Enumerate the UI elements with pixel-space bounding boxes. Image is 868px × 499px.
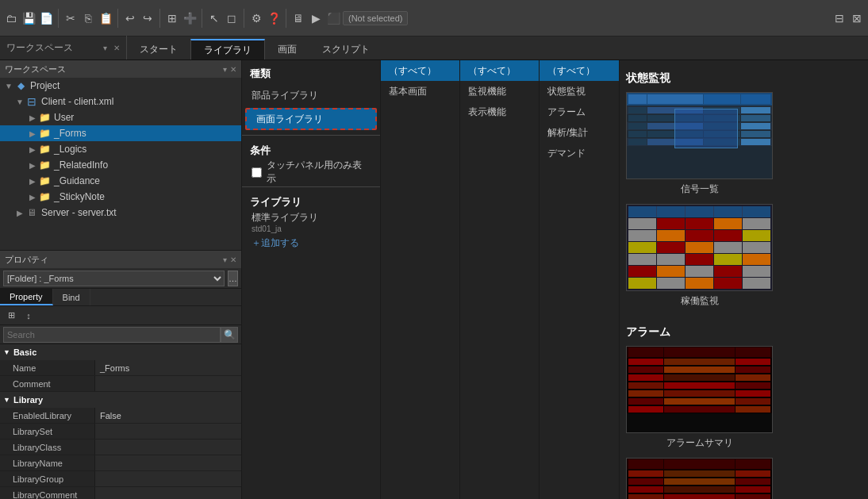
tab-screen[interactable]: 画面 bbox=[265, 39, 309, 59]
add-icon[interactable]: ➕ bbox=[182, 10, 198, 26]
lib-divider-2 bbox=[242, 186, 380, 187]
prop-sort-icon[interactable]: ⊞ bbox=[3, 308, 19, 324]
type-col-2-monitor[interactable]: 監視機能 bbox=[460, 81, 539, 102]
type-col-3-alarm[interactable]: アラーム bbox=[540, 102, 619, 122]
paste-icon[interactable]: 📋 bbox=[98, 10, 113, 26]
search-input[interactable] bbox=[3, 327, 221, 343]
tree-item-stickynote[interactable]: ▶ 📁 _StickyNote bbox=[0, 189, 241, 205]
prop-row-enabledlibrary: EnabledLibrary False bbox=[0, 408, 241, 424]
lib-type-title: 種類 bbox=[242, 60, 380, 84]
thumbnail-op-mon-img bbox=[626, 204, 773, 291]
search-button[interactable]: 🔍 bbox=[221, 327, 238, 343]
lib-item-screen[interactable]: 画面ライブラリ bbox=[245, 108, 377, 130]
save-icon[interactable]: 💾 bbox=[21, 10, 36, 26]
touch-panel-checkbox[interactable] bbox=[252, 167, 262, 178]
expander-server: ▶ bbox=[14, 209, 25, 217]
workspace-panel-pin[interactable]: ▾ bbox=[223, 65, 227, 74]
tree-item-logics[interactable]: ▶ 📁 _Logics bbox=[0, 141, 241, 157]
type-col-1-all[interactable]: （すべて） bbox=[381, 60, 459, 81]
undo-icon[interactable]: ↩ bbox=[122, 10, 138, 26]
tab-start[interactable]: スタート bbox=[127, 39, 190, 59]
jotai-grid: 信号一覧 bbox=[626, 92, 862, 308]
workspace-panel-close[interactable]: ✕ bbox=[230, 65, 236, 74]
tab-library[interactable]: ライブラリ bbox=[190, 39, 265, 59]
prop-enabledlibrary-label: EnabledLibrary bbox=[0, 408, 95, 423]
prop-tab-bind[interactable]: Bind bbox=[53, 289, 90, 305]
prop-libraryclass-value bbox=[95, 440, 241, 455]
thumbnail-signal-list[interactable]: 信号一覧 bbox=[626, 92, 773, 196]
workspace-close-icon[interactable]: ✕ bbox=[113, 44, 120, 52]
type-col-3: （すべて） 状態監視 アラーム 解析/集計 デマンド bbox=[540, 60, 619, 499]
lib-touch-panel-only[interactable]: タッチパネル用のみ表示 bbox=[242, 161, 380, 183]
section-title-jotai: 状態監視 bbox=[626, 67, 862, 92]
sep2 bbox=[117, 9, 118, 28]
tree-item-forms[interactable]: ▶ 📁 _Forms bbox=[0, 125, 241, 141]
tree-item-server[interactable]: ▶ 🖥 Server - server.txt bbox=[0, 205, 241, 221]
thumbnail-operation-monitor[interactable]: 稼働監視 bbox=[626, 204, 773, 308]
type-col-1-basic[interactable]: 基本画面 bbox=[381, 81, 459, 102]
prop-tab-property[interactable]: Property bbox=[0, 289, 53, 305]
settings-icon[interactable]: ⚙ bbox=[248, 10, 264, 26]
lib-divider-1 bbox=[242, 135, 380, 136]
tree-item-guidance[interactable]: ▶ 📁 _Guidance bbox=[0, 173, 241, 189]
prop-row-comment: Comment bbox=[0, 376, 241, 392]
panel-icon[interactable]: ⊟ bbox=[832, 10, 847, 26]
expander-client: ▼ bbox=[14, 98, 25, 106]
cursor-icon[interactable]: ↖ bbox=[206, 10, 222, 26]
lib-content: 状態監視 bbox=[620, 60, 868, 499]
type-col-3-status[interactable]: 状態監視 bbox=[540, 81, 619, 102]
folder-icon[interactable]: 🗀 bbox=[3, 10, 19, 26]
help-icon[interactable]: ❓ bbox=[266, 10, 282, 26]
play-icon[interactable]: ▶ bbox=[308, 10, 324, 26]
expander-guidance: ▶ bbox=[27, 177, 38, 186]
expander-logics: ▶ bbox=[27, 145, 38, 154]
type-col-2-all[interactable]: （すべて） bbox=[460, 60, 539, 81]
lib-item-parts[interactable]: 部品ライブラリ bbox=[242, 84, 380, 106]
thumbnail-alarm-history[interactable]: アラーム履歴 bbox=[626, 458, 773, 499]
expander-forms: ▶ bbox=[27, 129, 38, 138]
shape-icon[interactable]: ◻ bbox=[224, 10, 240, 26]
tree-item-relatedinfo[interactable]: ▶ 📁 _RelatedInfo bbox=[0, 157, 241, 173]
prop-panel-pin[interactable]: ▾ bbox=[223, 255, 227, 264]
cut-icon[interactable]: ✂ bbox=[63, 10, 79, 26]
monitor-icon[interactable]: 🖥 bbox=[290, 10, 306, 26]
workspace-panel: ワークスペース ▾ ✕ ▼ ◆ Project ▼ ⊟ Client - cli… bbox=[0, 60, 241, 251]
redo-icon[interactable]: ↪ bbox=[140, 10, 156, 26]
type-col-3-all[interactable]: （すべて） bbox=[540, 60, 619, 81]
prop-libraryname-value bbox=[95, 455, 241, 470]
panel2-icon[interactable]: ⊠ bbox=[849, 10, 865, 26]
lib-add-library-btn[interactable]: ＋追加する bbox=[242, 232, 380, 254]
prop-panel-close[interactable]: ✕ bbox=[230, 255, 236, 264]
grid-icon[interactable]: ⊞ bbox=[164, 10, 180, 26]
tab-area: スタート ライブラリ 画面 スクリプト bbox=[127, 39, 868, 59]
workspace-pin-icon[interactable]: ▾ bbox=[103, 44, 107, 52]
forms-folder-icon: 📁 bbox=[38, 127, 51, 140]
tree-item-client[interactable]: ▼ ⊟ Client - client.xml bbox=[0, 94, 241, 109]
stop-icon[interactable]: ⬛ bbox=[325, 10, 341, 26]
prop-row-libraryset: LibrarySet bbox=[0, 424, 241, 440]
file-icon[interactable]: 📄 bbox=[38, 10, 54, 26]
workspace-panel-header: ワークスペース ▾ ✕ bbox=[0, 60, 241, 78]
operation-monitor-label: 稼働監視 bbox=[681, 294, 719, 308]
folder-selector-dropdown[interactable]: [Folder] : _Forms bbox=[3, 271, 225, 286]
type-col-3-analysis[interactable]: 解析/集計 bbox=[540, 122, 619, 143]
prop-libraryclass-label: LibraryClass bbox=[0, 440, 95, 455]
toolbar: 🗀 💾 📄 ✂ ⎘ 📋 ↩ ↪ ⊞ ➕ ↖ ◻ ⚙ ❓ 🖥 ▶ ⬛ (Not s… bbox=[0, 0, 868, 36]
tab-script[interactable]: スクリプト bbox=[309, 39, 382, 59]
type-col-2-display[interactable]: 表示機能 bbox=[460, 102, 539, 122]
client-icon: ⊟ bbox=[25, 95, 38, 108]
prop-toolbar: ⊞ ↕ bbox=[0, 306, 241, 325]
tree-item-project[interactable]: ▼ ◆ Project bbox=[0, 78, 241, 94]
tree-item-user[interactable]: ▶ 📁 User bbox=[0, 109, 241, 125]
alarm-summary-label: アラームサマリ bbox=[666, 436, 733, 450]
lib-std-library[interactable]: 標準ライブラリ std01_ja bbox=[242, 213, 380, 232]
prop-filter-icon[interactable]: ↕ bbox=[21, 308, 36, 324]
copy-icon[interactable]: ⎘ bbox=[80, 10, 96, 26]
alarm-grid: アラームサマリ bbox=[626, 346, 862, 499]
thumbnail-alarm-summary[interactable]: アラームサマリ bbox=[626, 346, 773, 450]
selection-status: (Not selected) bbox=[343, 11, 408, 25]
stickynote-folder-icon: 📁 bbox=[38, 190, 51, 203]
folder-selector-btn[interactable]: … bbox=[228, 271, 238, 286]
sep5 bbox=[244, 9, 244, 28]
type-col-3-demand[interactable]: デマンド bbox=[540, 143, 619, 163]
